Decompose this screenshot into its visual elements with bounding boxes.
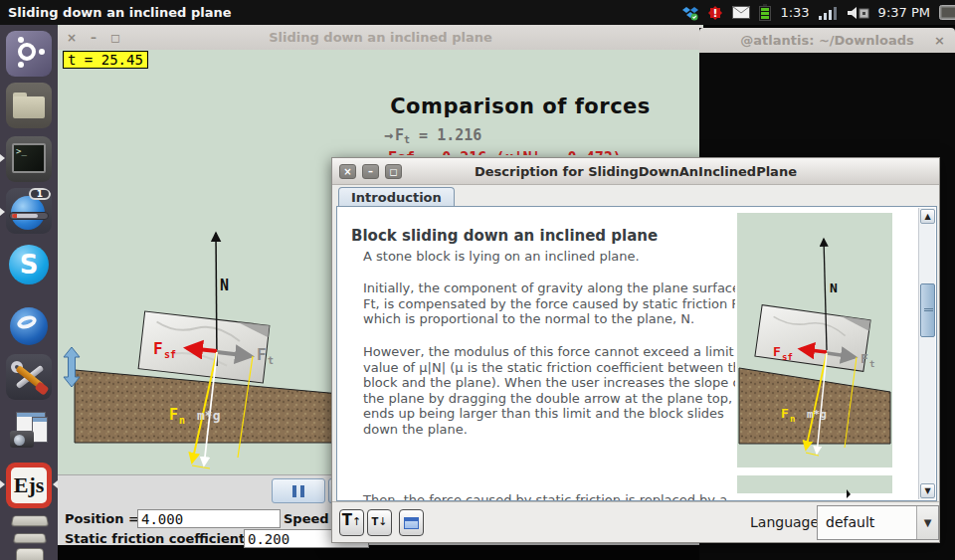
trace-arrow-icon: → xyxy=(384,126,391,144)
label-Ft-sub: t xyxy=(268,355,274,366)
label-Fsf-sub: sf xyxy=(164,349,176,360)
label-Fn-sub: n xyxy=(179,415,185,426)
label-Ft: F xyxy=(257,345,267,364)
ejs-icon: Ejs xyxy=(11,467,47,503)
pause-icon xyxy=(273,479,324,502)
speed-label: Speed xyxy=(284,511,329,526)
dialog-content: Block sliding down an inclined plane A s… xyxy=(336,206,937,501)
window-stack-icon[interactable] xyxy=(11,515,49,526)
label-Fn-sub: n xyxy=(790,414,795,424)
label-Fsf: F xyxy=(773,344,781,359)
comparison-heading: Comparison of forces xyxy=(356,94,684,118)
label-mg: m*g xyxy=(197,408,220,423)
label-N: N xyxy=(830,280,838,295)
launcher-panel: >_ 1 S Ejs xyxy=(0,25,58,560)
launcher-item-browser[interactable] xyxy=(6,303,52,349)
window-icon xyxy=(404,517,419,529)
force-connector xyxy=(192,466,210,468)
font-increase-button[interactable]: T↑ xyxy=(339,509,364,536)
label-mg: m*g xyxy=(807,408,827,421)
dialog-toolbar: T↑ T↓ Language default ▼ xyxy=(332,501,939,542)
display-icon[interactable] xyxy=(939,5,955,21)
font-decrease-button[interactable]: T↓ xyxy=(367,509,392,536)
desktop: × – ◻ Sliding down an inclined plane xyxy=(0,0,955,560)
alert-icon[interactable]: ! xyxy=(707,5,723,21)
label-Fsf: F xyxy=(153,339,163,358)
tab-introduction[interactable]: Introduction xyxy=(338,187,455,207)
mail-icon[interactable] xyxy=(732,6,750,19)
position-input[interactable] xyxy=(137,509,281,528)
launcher-item-downloader[interactable]: 1 xyxy=(6,188,52,234)
paragraph-2: Initially, the component of gravity alon… xyxy=(363,280,763,327)
running-indicator xyxy=(0,208,5,216)
launcher-item-tools[interactable] xyxy=(6,354,52,400)
scroll-down-icon[interactable]: ▼ xyxy=(920,483,935,498)
dialog-titlebar[interactable]: × – ◻ Description for SlidingDownAnIncli… xyxy=(332,158,939,185)
language-select[interactable]: default ▼ xyxy=(817,505,939,540)
running-indicator xyxy=(0,480,5,488)
dialog-title: Description for SlidingDownAnInclinedPla… xyxy=(332,158,939,185)
label-Fsf-sub: sf xyxy=(782,352,793,362)
label-Fn: F xyxy=(169,406,178,424)
launcher-item-ejs[interactable]: Ejs xyxy=(6,463,52,508)
launcher-item-files[interactable] xyxy=(6,83,52,128)
position-label: Position = xyxy=(65,511,139,526)
figure-scene: N F sf F t F n m*g xyxy=(735,211,894,498)
paragraph-1: A stone block is lying on an inclined pl… xyxy=(363,249,763,265)
description-figure: N F sf F t F n m*g xyxy=(735,211,894,498)
jar-icon[interactable] xyxy=(16,548,44,560)
launcher-item-skype[interactable]: S xyxy=(6,242,52,287)
ft-readout: →Ft = 1.216 xyxy=(384,126,481,145)
label-Ft-sub: t xyxy=(869,359,874,369)
ubuntu-logo-icon xyxy=(18,43,36,61)
running-indicator xyxy=(0,154,5,162)
scrollbar-thumb[interactable] xyxy=(920,283,935,337)
signal-strength-icon[interactable] xyxy=(819,6,839,20)
time-readout: t = 25.45 xyxy=(63,51,148,69)
simulation-titlebar[interactable]: × – ◻ Sliding down an inclined plane xyxy=(58,25,703,50)
description-dialog: × – ◻ Description for SlidingDownAnIncli… xyxy=(331,157,940,543)
close-icon[interactable]: × xyxy=(934,28,945,53)
label-Ft: F xyxy=(860,351,868,366)
dropbox-icon[interactable] xyxy=(682,5,698,21)
launcher-item-screenshot[interactable] xyxy=(6,409,52,455)
active-window-title: Sliding down an inclined plane xyxy=(8,0,232,25)
pause-button[interactable] xyxy=(272,478,325,503)
volume-icon[interactable] xyxy=(848,6,869,20)
friction-label: Static friction coefficient = xyxy=(65,531,261,546)
skype-icon: S xyxy=(9,245,49,284)
paragraph-3: However, the modulus of this force canno… xyxy=(363,344,763,437)
clock[interactable]: 9:37 PM xyxy=(878,5,930,20)
force-N-vector xyxy=(216,233,217,366)
battery-icon[interactable] xyxy=(759,4,771,21)
language-label: Language xyxy=(750,502,819,543)
dialog-scrollbar[interactable]: ▲ ▼ xyxy=(918,208,935,499)
scroll-up-icon[interactable]: ▲ xyxy=(920,209,935,224)
label-Fn: F xyxy=(781,406,789,421)
launcher-item-terminal[interactable]: >_ xyxy=(6,136,52,182)
simulation-window-title: Sliding down an inclined plane xyxy=(58,25,703,50)
terminal-icon: >_ xyxy=(12,143,46,173)
launcher-item-home[interactable] xyxy=(6,31,52,77)
badge-count: 1 xyxy=(29,188,51,200)
chevron-down-icon[interactable]: ▼ xyxy=(916,506,938,539)
terminal-titlebar[interactable]: @atlantis: ~/Downloads × xyxy=(699,28,955,53)
terminal-window-title: @atlantis: ~/Downloads xyxy=(699,28,955,53)
focused-indicator xyxy=(53,480,58,488)
language-value: default xyxy=(826,506,874,539)
system-tray: ! 1:33 9:37 PM xyxy=(682,0,955,25)
paragraph-4-clipped: Then, the force caused by static frictio… xyxy=(363,492,763,501)
window-view-button[interactable] xyxy=(399,509,424,536)
svg-text:!: ! xyxy=(713,7,718,20)
fsf-readout-clipped: Fsf = 0.216 (μ|N| = 0.473) xyxy=(388,148,686,155)
top-panel: Sliding down an inclined plane ! 1: xyxy=(0,0,955,25)
content-heading: Block sliding down an inclined plane xyxy=(351,227,658,245)
battery-time[interactable]: 1:33 xyxy=(780,5,809,20)
window-stack-icon[interactable] xyxy=(13,533,47,543)
label-N: N xyxy=(220,277,229,294)
